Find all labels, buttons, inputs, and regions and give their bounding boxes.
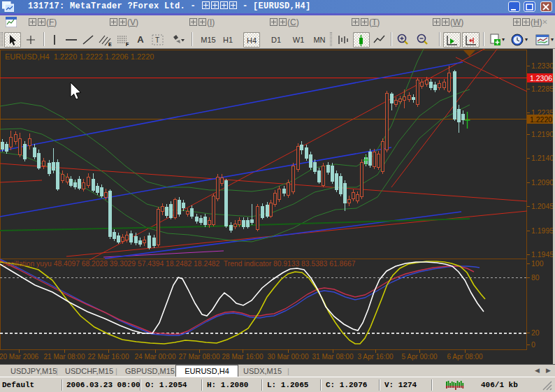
svg-text:1.2190: 1.2190 <box>531 130 554 138</box>
svg-text:0: 0 <box>531 340 535 349</box>
svg-text:20 Mar 2006: 20 Mar 2006 <box>0 353 39 361</box>
svg-text:oscillation yuyu 48.4097 68.20: oscillation yuyu 48.4097 68.2028 39.3029… <box>3 260 356 268</box>
svg-text:27 Mar 08:00: 27 Mar 08:00 <box>179 353 220 361</box>
svg-text:1.2045: 1.2045 <box>531 202 554 210</box>
svg-text:3 Apr 16:00: 3 Apr 16:00 <box>357 353 394 361</box>
svg-text:1.2090: 1.2090 <box>531 178 554 187</box>
svg-text:21 Mar 08:00: 21 Mar 08:00 <box>44 353 85 361</box>
svg-text:5 Apr 00:00: 5 Apr 00:00 <box>401 353 438 361</box>
svg-text:22 Mar 16:00: 22 Mar 16:00 <box>88 353 129 361</box>
svg-text:E: E <box>108 42 112 47</box>
svg-text:1.2330: 1.2330 <box>531 61 554 70</box>
svg-text:1.2306: 1.2306 <box>530 74 552 82</box>
svg-text:T: T <box>155 36 159 44</box>
svg-text:EURUSD,H4 1.2220 1.2222 1.220: EURUSD,H4 1.2220 1.2222 1.2206 1.2220 <box>5 52 154 61</box>
svg-text:1.1995: 1.1995 <box>531 226 554 235</box>
svg-text:20: 20 <box>531 328 540 337</box>
svg-text:1.2220: 1.2220 <box>530 115 552 124</box>
svg-text:24 Mar 00:00: 24 Mar 00:00 <box>135 353 176 361</box>
svg-text:1.1945: 1.1945 <box>531 250 554 259</box>
svg-text:31 Mar 08:00: 31 Mar 08:00 <box>312 353 354 361</box>
svg-text:1.2285: 1.2285 <box>531 85 554 93</box>
svg-text:F: F <box>126 42 129 47</box>
svg-text:30 Mar 00:00: 30 Mar 00:00 <box>268 353 309 361</box>
svg-text:1.2140: 1.2140 <box>531 154 554 162</box>
svg-text:28 Mar 16:00: 28 Mar 16:00 <box>222 353 264 361</box>
svg-text:80: 80 <box>531 273 540 282</box>
svg-text:6 Apr 08:00: 6 Apr 08:00 <box>447 353 483 361</box>
svg-text:100: 100 <box>531 259 544 268</box>
